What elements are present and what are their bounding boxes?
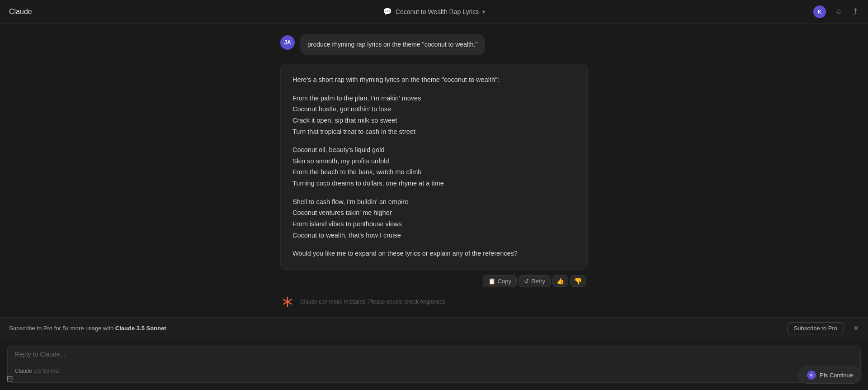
subscribe-brand: Claude 3.5 Sonnet <box>115 325 166 332</box>
verse3-line3: From island vibes to penthouse views <box>292 220 402 228</box>
chat-icon: 💬 <box>383 7 392 16</box>
thumbs-up-button[interactable]: 👍 <box>552 275 568 287</box>
claude-logo <box>280 295 295 309</box>
verse1-line1: From the palm to the plan, I'm makin' mo… <box>292 95 421 102</box>
verse3-line4: Coconut to wealth, that's how I cruise <box>292 232 401 239</box>
copy-label: Copy <box>498 278 511 285</box>
model-label: Claude 3.5 Sonnet <box>15 368 60 374</box>
reply-area: Claude 3.5 Sonnet 📎 <box>0 339 868 390</box>
header-right: K ☆ ⤴ <box>813 5 859 18</box>
user-message: JA produce rhyming rap lyrics on the the… <box>280 34 588 55</box>
thumbs-down-button[interactable]: 👎 <box>570 275 586 287</box>
subscribe-text-before: Subscribe to Pro for 5x more usage with <box>9 325 115 332</box>
subscribe-banner-right: Subscribe to Pro ✕ <box>787 322 859 334</box>
bottom-bar: Subscribe to Pro for 5x more usage with … <box>0 317 868 390</box>
app-logo: Claude <box>9 8 32 16</box>
chevron-down-icon[interactable]: ▾ <box>482 9 485 15</box>
claude-footer: Claude can make mistakes. Please double-… <box>280 293 588 311</box>
user-avatar: JA <box>280 35 295 50</box>
header-left: Claude <box>9 8 32 16</box>
verse1-line4: Turn that tropical treat to cash in the … <box>292 128 415 135</box>
copy-icon: 📋 <box>488 278 495 285</box>
sidebar-toggle-button[interactable]: ⊟ <box>6 374 13 384</box>
retry-label: Retry <box>531 278 545 285</box>
model-name: Claude <box>15 368 32 374</box>
conversation-title: Coconut to Wealth Rap Lyrics <box>396 8 479 15</box>
retry-button[interactable]: ↺ Retry <box>519 275 551 287</box>
avatar: K <box>813 5 826 18</box>
subscribe-banner: Subscribe to Pro for 5x more usage with … <box>0 318 868 339</box>
verse2-line3: From the beach to the bank, watch me cli… <box>292 168 421 176</box>
verse2-line4: Turning coco dreams to dollars, one rhym… <box>292 180 444 187</box>
response-actions: 📋 Copy ↺ Retry 👍 👎 <box>280 273 588 289</box>
subscribe-text: Subscribe to Pro for 5x more usage with … <box>9 325 168 332</box>
disclaimer-text: Claude can make mistakes. Please double-… <box>300 299 447 305</box>
verse3-line1: Shell to cash flow, I'm buildin' an empi… <box>292 198 408 205</box>
claude-response: Here's a short rap with rhyming lyrics o… <box>280 64 588 311</box>
pls-continue-avatar: K <box>807 371 816 380</box>
header-center: 💬 Coconut to Wealth Rap Lyrics ▾ <box>383 7 485 16</box>
response-verse3: Shell to cash flow, I'm buildin' an empi… <box>292 196 576 241</box>
response-content: Here's a short rap with rhyming lyrics o… <box>280 64 588 270</box>
verse1-line2: Coconut hustle, got nothin' to lose <box>292 105 391 113</box>
verse2-line2: Skin so smooth, my profits unfold <box>292 157 389 165</box>
response-verse2: Coconut oil, beauty's liquid gold Skin s… <box>292 144 576 189</box>
header: Claude 💬 Coconut to Wealth Rap Lyrics ▾ … <box>0 0 868 24</box>
chat-container: JA produce rhyming rap lyrics on the the… <box>271 34 597 311</box>
pls-continue-button[interactable]: K Pls Continue <box>798 366 862 384</box>
verse2-line1: Coconut oil, beauty's liquid gold <box>292 146 384 153</box>
reply-bottom: Claude 3.5 Sonnet 📎 <box>15 365 853 377</box>
subscribe-to-pro-button[interactable]: Subscribe to Pro <box>787 322 844 334</box>
star-button[interactable]: ☆ <box>833 6 844 18</box>
verse3-line2: Coconut ventures takin' me higher <box>292 209 392 216</box>
response-intro: Here's a short rap with rhyming lyrics o… <box>292 74 576 86</box>
verse1-line3: Crack it open, sip that milk so sweet <box>292 117 397 124</box>
model-version-text: 3.5 Sonnet <box>33 368 60 374</box>
copy-button[interactable]: 📋 Copy <box>483 275 517 287</box>
response-verse1: From the palm to the plan, I'm makin' mo… <box>292 93 576 138</box>
reply-input[interactable] <box>15 351 853 361</box>
chat-main: JA produce rhyming rap lyrics on the the… <box>0 24 868 317</box>
reply-box: Claude 3.5 Sonnet 📎 <box>7 345 861 383</box>
retry-icon: ↺ <box>524 278 529 285</box>
user-bubble: produce rhyming rap lyrics on the theme … <box>300 34 485 55</box>
close-banner-button[interactable]: ✕ <box>853 324 859 333</box>
response-outro: Would you like me to expand on these lyr… <box>292 248 576 259</box>
pls-continue-label: Pls Continue <box>820 372 853 379</box>
share-button[interactable]: ⤴ <box>851 6 859 18</box>
